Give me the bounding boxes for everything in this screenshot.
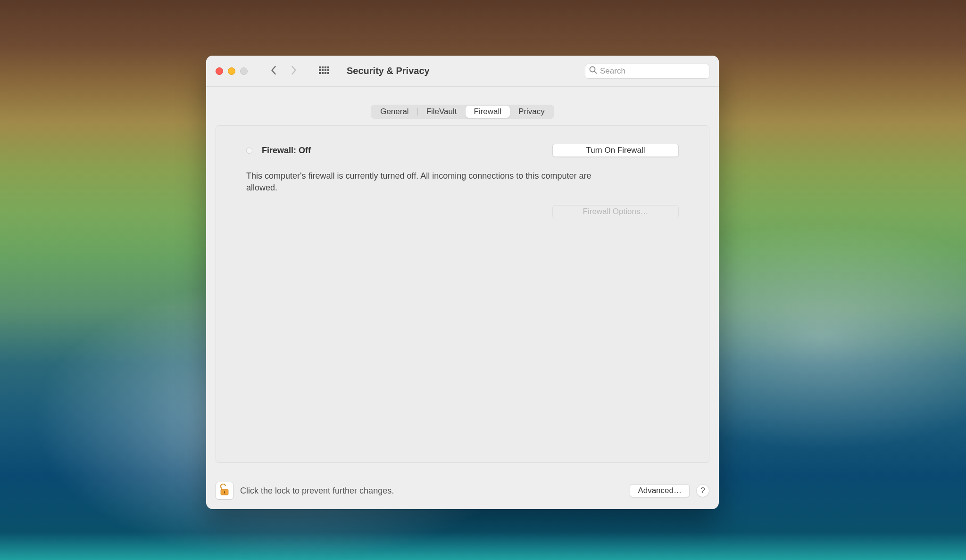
close-window-button[interactable] <box>216 67 223 75</box>
status-indicator-off-icon <box>246 148 252 154</box>
svg-rect-3 <box>327 66 329 68</box>
minimize-window-button[interactable] <box>228 67 235 75</box>
window-title: Security & Privacy <box>347 66 430 76</box>
help-button[interactable]: ? <box>696 484 709 497</box>
tab-label: Firewall <box>474 107 502 116</box>
lock-hint-text: Click the lock to prevent further change… <box>240 486 394 496</box>
firewall-status-label: Firewall: Off <box>262 146 311 156</box>
maximize-window-button <box>240 67 248 75</box>
unlocked-lock-icon <box>219 484 230 498</box>
tab-filevault[interactable]: FileVault <box>418 106 466 118</box>
chevron-left-icon <box>271 66 277 77</box>
tab-label: Privacy <box>518 107 545 116</box>
titlebar: Security & Privacy <box>206 56 719 87</box>
svg-rect-4 <box>319 69 321 71</box>
advanced-button[interactable]: Advanced… <box>630 484 690 497</box>
svg-rect-0 <box>319 66 321 68</box>
turn-on-firewall-button[interactable]: Turn On Firewall <box>552 144 679 157</box>
firewall-options-row: Firewall Options… <box>246 205 679 218</box>
footer-actions: Advanced… ? <box>630 484 709 497</box>
back-button[interactable] <box>265 64 283 78</box>
show-all-button[interactable] <box>316 64 332 78</box>
firewall-status-row: Firewall: Off Turn On Firewall <box>246 144 679 157</box>
button-label: Firewall Options… <box>583 207 649 216</box>
help-icon: ? <box>700 486 705 495</box>
firewall-options-button: Firewall Options… <box>552 205 679 218</box>
svg-rect-5 <box>322 69 324 71</box>
button-label: Turn On Firewall <box>586 146 645 155</box>
lock-button[interactable] <box>216 482 233 500</box>
search-field-wrap[interactable] <box>585 64 709 79</box>
svg-rect-2 <box>325 66 326 68</box>
tabs-area: General FileVault Firewall Privacy <box>206 87 719 119</box>
nav-buttons <box>265 64 302 78</box>
tab-label: FileVault <box>426 107 457 116</box>
search-icon <box>589 66 597 76</box>
svg-line-13 <box>594 71 596 73</box>
search-input[interactable] <box>600 66 705 76</box>
svg-rect-15 <box>224 491 225 494</box>
footer: Click the lock to prevent further change… <box>206 472 719 509</box>
tab-label: General <box>380 107 408 116</box>
grid-icon <box>319 66 329 76</box>
svg-rect-9 <box>322 72 324 74</box>
svg-rect-7 <box>327 69 329 71</box>
forward-button <box>284 64 302 78</box>
svg-rect-10 <box>325 72 326 74</box>
tab-general[interactable]: General <box>372 106 417 118</box>
svg-rect-6 <box>325 69 326 71</box>
svg-rect-11 <box>327 72 329 74</box>
tab-privacy[interactable]: Privacy <box>510 106 553 118</box>
button-label: Advanced… <box>638 486 682 495</box>
svg-rect-1 <box>322 66 324 68</box>
traffic-lights <box>216 67 248 75</box>
tab-firewall[interactable]: Firewall <box>466 106 510 118</box>
firewall-description: This computer's firewall is currently tu… <box>246 170 614 194</box>
svg-rect-8 <box>319 72 321 74</box>
tab-group: General FileVault Firewall Privacy <box>371 105 554 119</box>
security-privacy-window: Security & Privacy General FileVault Fir… <box>206 56 719 509</box>
chevron-right-icon <box>291 66 297 77</box>
content-panel: Firewall: Off Turn On Firewall This comp… <box>216 125 709 463</box>
